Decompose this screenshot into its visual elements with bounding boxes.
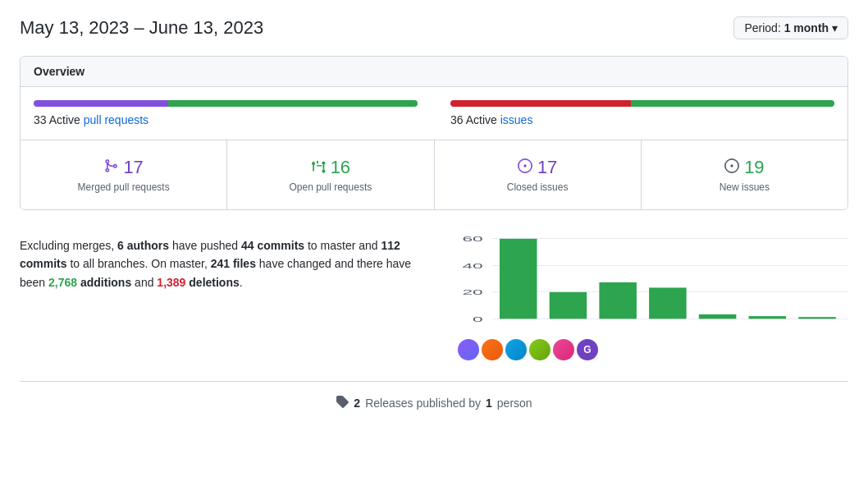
open-issues-bar-segment <box>631 100 834 107</box>
additions-label: additions <box>80 276 131 289</box>
period-value: 1 month <box>784 21 829 34</box>
open-prs-stat: 16 Open pull requests <box>227 140 434 209</box>
stats-row: 17 Merged pull requests 16 Open pull req… <box>21 140 847 209</box>
deletions-label: deletions <box>189 276 239 289</box>
pull-requests-bar-label: 33 Active pull requests <box>34 113 418 126</box>
authors-count: 6 authors <box>117 239 169 252</box>
svg-text:0: 0 <box>473 314 483 323</box>
closed-issues-stat: 17 Closed issues <box>435 140 642 209</box>
closed-issues-count: 17 <box>537 157 557 178</box>
open-prs-label: Open pull requests <box>240 181 420 193</box>
pull-requests-bar-track <box>34 100 418 107</box>
bar-2 <box>550 292 587 319</box>
closed-issues-icon <box>518 157 532 178</box>
period-label: Period: <box>744 21 780 34</box>
merged-prs-stat: 17 Merged pull requests <box>21 140 227 209</box>
avatar-2 <box>482 339 503 360</box>
commit-text: Excluding merges, 6 authors have pushed … <box>20 230 413 361</box>
merged-prs-count: 17 <box>123 157 143 178</box>
bar-4 <box>649 287 687 319</box>
releases-tag-icon <box>336 395 349 410</box>
merged-pr-bar-segment <box>34 100 168 107</box>
pull-requests-bar-group: 33 Active pull requests <box>34 100 418 126</box>
closed-issues-bar-segment <box>450 100 631 107</box>
bar-3 <box>599 282 637 319</box>
bars-section: 33 Active pull requests 36 Active issues <box>21 87 847 140</box>
overview-header: Overview <box>21 57 847 87</box>
additions-count: 2,768 <box>48 276 77 289</box>
issues-link[interactable]: issues <box>500 113 533 126</box>
svg-text:60: 60 <box>462 234 483 243</box>
pr-count: 33 <box>34 113 47 126</box>
svg-text:40: 40 <box>462 261 483 270</box>
closed-issues-number: 17 <box>448 157 628 178</box>
new-issues-count: 19 <box>744 157 764 178</box>
avatar-1 <box>458 339 479 360</box>
open-pr-icon <box>311 157 326 178</box>
avatar-5 <box>553 339 574 360</box>
overview-card: Overview 33 Active pull requests 36 Acti… <box>20 56 848 210</box>
releases-count: 2 <box>354 397 360 410</box>
issues-active-text: Active <box>466 113 500 126</box>
new-issues-number: 19 <box>655 157 834 178</box>
new-issues-stat: 19 New issues <box>642 140 847 209</box>
merged-pr-icon <box>103 158 118 177</box>
releases-footer: 2 Releases published by 1 person <box>20 381 848 424</box>
issues-bar-label: 36 Active issues <box>450 113 834 126</box>
merged-prs-label: Merged pull requests <box>34 181 213 193</box>
bar-1 <box>500 239 537 319</box>
commits-chart: 0 20 40 60 <box>433 230 848 361</box>
merged-prs-number: 17 <box>34 157 213 178</box>
releases-person-label: person <box>497 397 532 410</box>
releases-label: Releases published by <box>365 397 481 410</box>
open-pr-bar-segment <box>168 100 418 107</box>
commit-section: Excluding merges, 6 authors have pushed … <box>20 223 848 374</box>
open-prs-number: 16 <box>240 157 420 178</box>
bar-7 <box>798 317 836 319</box>
date-range-title: May 13, 2023 – June 13, 2023 <box>20 17 263 39</box>
new-issues-icon <box>724 157 739 178</box>
releases-person-count: 1 <box>486 397 492 410</box>
files-changed: 241 files <box>211 257 256 270</box>
pr-active-text: Active <box>49 113 84 126</box>
svg-text:20: 20 <box>462 287 483 296</box>
avatar-6: G <box>577 339 598 360</box>
issues-bar-track <box>450 100 834 107</box>
pr-link[interactable]: pull requests <box>84 113 148 126</box>
issues-count: 36 <box>450 113 464 126</box>
open-prs-count: 16 <box>331 157 350 178</box>
period-selector-button[interactable]: Period: 1 month ▾ <box>733 16 848 39</box>
commits-master: 44 commits <box>241 239 304 252</box>
bar-5 <box>699 314 737 319</box>
new-issues-label: New issues <box>655 181 834 193</box>
avatar-3 <box>505 339 527 360</box>
bar-6 <box>749 316 787 319</box>
avatar-row: G <box>458 339 848 360</box>
issues-bar-group: 36 Active issues <box>450 100 834 126</box>
bar-chart-svg: 0 20 40 60 <box>433 230 848 337</box>
avatar-4 <box>529 339 550 360</box>
deletions-count: 1,389 <box>157 276 185 289</box>
closed-issues-label: Closed issues <box>448 181 628 193</box>
